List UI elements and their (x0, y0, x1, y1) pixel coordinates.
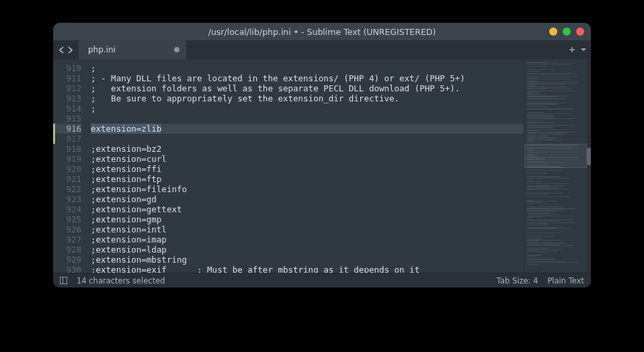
code-line[interactable]: ; Be sure to appropriately set the exten… (91, 93, 524, 103)
line-number: 929 (53, 255, 81, 265)
tab-label: php.ini (88, 45, 116, 54)
code-line[interactable] (91, 134, 524, 144)
line-number: 912 (53, 83, 81, 93)
code-line[interactable]: ; (91, 63, 524, 73)
line-number: 928 (53, 245, 81, 255)
close-button[interactable] (576, 28, 584, 36)
tab-size-status[interactable]: Tab Size: 4 (497, 276, 538, 285)
code-line[interactable]: ; extension folders as well as the separ… (91, 83, 524, 93)
code-content[interactable]: ;; - Many DLL files are located in the e… (91, 59, 524, 273)
code-line[interactable]: ;extension=gmp (91, 214, 524, 224)
line-number: 919 (53, 154, 81, 164)
titlebar[interactable]: /usr/local/lib/php.ini • - Sublime Text … (53, 23, 591, 40)
code-line[interactable]: ; (91, 103, 524, 114)
editor-area: 9109119129139149159169179189199209219229… (53, 59, 591, 273)
application-window: /usr/local/lib/php.ini • - Sublime Text … (53, 23, 591, 288)
line-number: 913 (53, 93, 81, 103)
tab-history-nav (53, 40, 79, 59)
line-number: 921 (53, 174, 81, 184)
line-number: 923 (53, 194, 81, 204)
code-line[interactable]: ;extension=mbstring (91, 255, 524, 265)
window-title: /usr/local/lib/php.ini • - Sublime Text … (208, 27, 436, 37)
line-number: 920 (53, 164, 81, 174)
code-line[interactable]: ;extension=curl (91, 154, 524, 164)
line-number: 917 (53, 134, 81, 144)
scrollbar-thumb[interactable] (587, 148, 591, 165)
line-number: 910 (53, 63, 81, 73)
code-line[interactable]: ;extension=ldap (91, 245, 524, 255)
dirty-indicator-icon (174, 47, 179, 52)
nav-forward-icon[interactable] (67, 46, 73, 54)
line-number: 916 (53, 124, 81, 134)
code-line[interactable]: ;extension=imap (91, 234, 524, 245)
code-line[interactable]: ;extension=exif ; Must be after mbstring… (91, 265, 524, 273)
tab-php-ini[interactable]: php.ini (79, 40, 186, 59)
line-number: 925 (53, 214, 81, 224)
line-number: 915 (53, 114, 81, 124)
tab-dropdown-icon[interactable] (580, 46, 587, 53)
line-number: 911 (53, 73, 81, 83)
line-number: 922 (53, 184, 81, 194)
line-number: 930 (53, 265, 81, 273)
minimize-button[interactable] (549, 28, 557, 36)
line-number: 926 (53, 224, 81, 234)
status-bar: 14 characters selected Tab Size: 4 Plain… (53, 273, 591, 288)
line-number: 914 (53, 103, 81, 114)
code-line[interactable]: ;extension=ffi (91, 164, 524, 174)
code-line[interactable]: ;extension=intl (91, 224, 524, 234)
line-number-gutter[interactable]: 9109119129139149159169179189199209219229… (53, 59, 91, 273)
new-tab-icon[interactable] (568, 46, 576, 54)
code-line[interactable]: ;extension=ftp (91, 174, 524, 184)
line-number: 918 (53, 144, 81, 154)
maximize-button[interactable] (563, 28, 571, 36)
tab-bar: php.ini (53, 40, 591, 59)
code-line[interactable]: ;extension=bz2 (91, 144, 524, 154)
code-line[interactable]: ;extension=gettext (91, 204, 524, 214)
nav-back-icon[interactable] (58, 46, 65, 54)
syntax-status[interactable]: Plain Text (547, 276, 584, 285)
minimap[interactable] (524, 59, 591, 273)
code-line[interactable]: ;extension=gd (91, 194, 524, 204)
code-line[interactable]: ;extension=fileinfo (91, 184, 524, 194)
window-controls (549, 28, 584, 36)
code-line[interactable]: ; - Many DLL files are located in the ex… (91, 73, 524, 83)
scrollbar-track[interactable] (587, 59, 591, 273)
text-selection: extension=zlib (91, 124, 161, 134)
line-number: 924 (53, 204, 81, 214)
side-panel-toggle-icon[interactable] (60, 277, 67, 284)
code-line[interactable] (91, 114, 524, 124)
line-number: 927 (53, 234, 81, 245)
code-line[interactable]: extension=zlib (91, 124, 524, 134)
selection-status: 14 characters selected (77, 276, 165, 285)
